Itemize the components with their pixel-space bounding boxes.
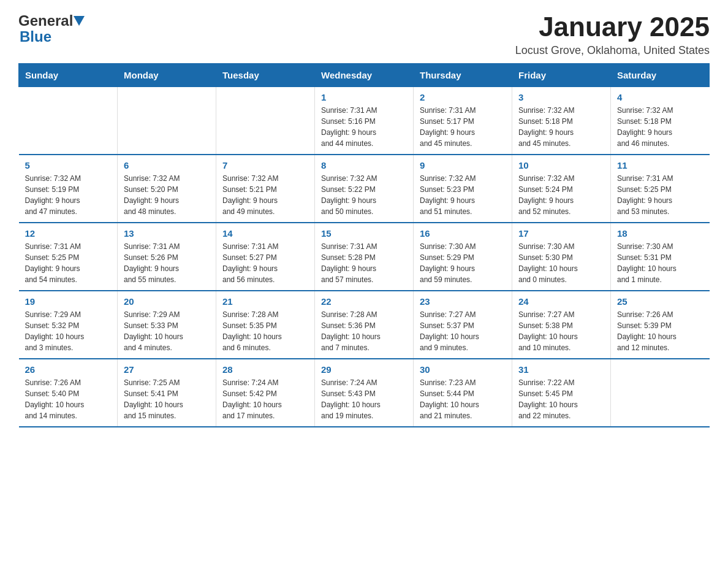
day-number: 18 <box>617 228 703 239</box>
day-info: Sunrise: 7:32 AM Sunset: 5:23 PM Dayligh… <box>420 173 506 217</box>
calendar-cell: 26Sunrise: 7:26 AM Sunset: 5:40 PM Dayli… <box>19 359 118 427</box>
day-number: 16 <box>420 228 506 239</box>
weekday-header-saturday: Saturday <box>611 64 710 87</box>
day-info: Sunrise: 7:27 AM Sunset: 5:38 PM Dayligh… <box>518 309 604 353</box>
calendar-cell: 14Sunrise: 7:31 AM Sunset: 5:27 PM Dayli… <box>216 223 315 291</box>
day-info: Sunrise: 7:26 AM Sunset: 5:39 PM Dayligh… <box>617 309 703 353</box>
calendar-cell: 16Sunrise: 7:30 AM Sunset: 5:29 PM Dayli… <box>414 223 512 291</box>
day-info: Sunrise: 7:31 AM Sunset: 5:17 PM Dayligh… <box>420 105 506 149</box>
calendar-week-row: 19Sunrise: 7:29 AM Sunset: 5:32 PM Dayli… <box>19 291 710 359</box>
calendar-cell: 11Sunrise: 7:31 AM Sunset: 5:25 PM Dayli… <box>611 155 710 223</box>
logo: General Blue <box>18 12 85 45</box>
calendar-cell: 29Sunrise: 7:24 AM Sunset: 5:43 PM Dayli… <box>315 359 414 427</box>
day-number: 15 <box>321 228 407 239</box>
calendar-cell: 2Sunrise: 7:31 AM Sunset: 5:17 PM Daylig… <box>414 87 512 155</box>
day-number: 6 <box>124 160 210 170</box>
day-number: 29 <box>321 364 407 375</box>
calendar-cell: 21Sunrise: 7:28 AM Sunset: 5:35 PM Dayli… <box>216 291 315 359</box>
day-number: 24 <box>518 296 604 307</box>
calendar-cell: 6Sunrise: 7:32 AM Sunset: 5:20 PM Daylig… <box>118 155 216 223</box>
day-number: 30 <box>420 364 506 375</box>
day-number: 31 <box>518 364 604 375</box>
calendar-cell: 17Sunrise: 7:30 AM Sunset: 5:30 PM Dayli… <box>512 223 611 291</box>
day-number: 4 <box>617 92 703 102</box>
day-number: 25 <box>617 296 703 307</box>
day-number: 22 <box>321 296 407 307</box>
day-info: Sunrise: 7:30 AM Sunset: 5:31 PM Dayligh… <box>617 241 703 285</box>
day-number: 28 <box>222 364 308 375</box>
weekday-header-row: SundayMondayTuesdayWednesdayThursdayFrid… <box>19 64 710 87</box>
day-number: 2 <box>420 92 506 102</box>
day-info: Sunrise: 7:28 AM Sunset: 5:36 PM Dayligh… <box>321 309 407 353</box>
day-number: 20 <box>124 296 210 307</box>
calendar-cell: 19Sunrise: 7:29 AM Sunset: 5:32 PM Dayli… <box>19 291 118 359</box>
calendar-table: SundayMondayTuesdayWednesdayThursdayFrid… <box>18 63 710 427</box>
day-info: Sunrise: 7:32 AM Sunset: 5:18 PM Dayligh… <box>617 105 703 149</box>
calendar-cell <box>19 87 118 155</box>
calendar-cell: 20Sunrise: 7:29 AM Sunset: 5:33 PM Dayli… <box>118 291 216 359</box>
day-info: Sunrise: 7:31 AM Sunset: 5:27 PM Dayligh… <box>222 241 308 285</box>
day-number: 21 <box>222 296 308 307</box>
calendar-subtitle: Locust Grove, Oklahoma, United States <box>515 44 710 57</box>
weekday-header-friday: Friday <box>512 64 611 87</box>
day-number: 27 <box>124 364 210 375</box>
calendar-week-row: 26Sunrise: 7:26 AM Sunset: 5:40 PM Dayli… <box>19 359 710 427</box>
calendar-cell: 25Sunrise: 7:26 AM Sunset: 5:39 PM Dayli… <box>611 291 710 359</box>
day-number: 5 <box>25 160 112 170</box>
calendar-week-row: 5Sunrise: 7:32 AM Sunset: 5:19 PM Daylig… <box>19 155 710 223</box>
calendar-cell: 15Sunrise: 7:31 AM Sunset: 5:28 PM Dayli… <box>315 223 414 291</box>
day-number: 1 <box>321 92 407 102</box>
calendar-cell: 3Sunrise: 7:32 AM Sunset: 5:18 PM Daylig… <box>512 87 611 155</box>
title-area: January 2025 Locust Grove, Oklahoma, Uni… <box>515 12 710 57</box>
day-info: Sunrise: 7:24 AM Sunset: 5:43 PM Dayligh… <box>321 377 407 421</box>
calendar-cell: 1Sunrise: 7:31 AM Sunset: 5:16 PM Daylig… <box>315 87 414 155</box>
logo-blue-text: Blue <box>20 28 51 45</box>
day-number: 13 <box>124 228 210 239</box>
day-number: 17 <box>518 228 604 239</box>
calendar-cell <box>216 87 315 155</box>
calendar-cell: 23Sunrise: 7:27 AM Sunset: 5:37 PM Dayli… <box>414 291 512 359</box>
day-info: Sunrise: 7:23 AM Sunset: 5:44 PM Dayligh… <box>420 377 506 421</box>
day-info: Sunrise: 7:31 AM Sunset: 5:25 PM Dayligh… <box>617 173 703 217</box>
calendar-cell: 24Sunrise: 7:27 AM Sunset: 5:38 PM Dayli… <box>512 291 611 359</box>
calendar-cell: 5Sunrise: 7:32 AM Sunset: 5:19 PM Daylig… <box>19 155 118 223</box>
calendar-cell: 28Sunrise: 7:24 AM Sunset: 5:42 PM Dayli… <box>216 359 315 427</box>
calendar-week-row: 12Sunrise: 7:31 AM Sunset: 5:25 PM Dayli… <box>19 223 710 291</box>
day-number: 14 <box>222 228 308 239</box>
weekday-header-wednesday: Wednesday <box>315 64 414 87</box>
day-number: 8 <box>321 160 407 170</box>
calendar-cell: 12Sunrise: 7:31 AM Sunset: 5:25 PM Dayli… <box>19 223 118 291</box>
day-info: Sunrise: 7:31 AM Sunset: 5:25 PM Dayligh… <box>25 241 112 285</box>
weekday-header-monday: Monday <box>118 64 216 87</box>
day-info: Sunrise: 7:32 AM Sunset: 5:18 PM Dayligh… <box>518 105 604 149</box>
day-info: Sunrise: 7:32 AM Sunset: 5:21 PM Dayligh… <box>222 173 308 217</box>
day-number: 19 <box>25 296 112 307</box>
day-info: Sunrise: 7:30 AM Sunset: 5:30 PM Dayligh… <box>518 241 604 285</box>
calendar-cell: 22Sunrise: 7:28 AM Sunset: 5:36 PM Dayli… <box>315 291 414 359</box>
calendar-cell: 10Sunrise: 7:32 AM Sunset: 5:24 PM Dayli… <box>512 155 611 223</box>
day-number: 7 <box>222 160 308 170</box>
day-info: Sunrise: 7:22 AM Sunset: 5:45 PM Dayligh… <box>518 377 604 421</box>
day-number: 3 <box>518 92 604 102</box>
day-number: 9 <box>420 160 506 170</box>
day-number: 11 <box>617 160 703 170</box>
day-info: Sunrise: 7:25 AM Sunset: 5:41 PM Dayligh… <box>124 377 210 421</box>
day-number: 10 <box>518 160 604 170</box>
calendar-cell: 18Sunrise: 7:30 AM Sunset: 5:31 PM Dayli… <box>611 223 710 291</box>
day-info: Sunrise: 7:32 AM Sunset: 5:20 PM Dayligh… <box>124 173 210 217</box>
calendar-title: January 2025 <box>515 12 710 42</box>
weekday-header-sunday: Sunday <box>19 64 118 87</box>
day-info: Sunrise: 7:31 AM Sunset: 5:26 PM Dayligh… <box>124 241 210 285</box>
calendar-cell: 4Sunrise: 7:32 AM Sunset: 5:18 PM Daylig… <box>611 87 710 155</box>
calendar-cell <box>118 87 216 155</box>
calendar-cell: 31Sunrise: 7:22 AM Sunset: 5:45 PM Dayli… <box>512 359 611 427</box>
day-info: Sunrise: 7:26 AM Sunset: 5:40 PM Dayligh… <box>25 377 112 421</box>
calendar-cell: 7Sunrise: 7:32 AM Sunset: 5:21 PM Daylig… <box>216 155 315 223</box>
day-info: Sunrise: 7:24 AM Sunset: 5:42 PM Dayligh… <box>222 377 308 421</box>
day-number: 12 <box>25 228 112 239</box>
day-info: Sunrise: 7:30 AM Sunset: 5:29 PM Dayligh… <box>420 241 506 285</box>
day-info: Sunrise: 7:28 AM Sunset: 5:35 PM Dayligh… <box>222 309 308 353</box>
calendar-cell: 8Sunrise: 7:32 AM Sunset: 5:22 PM Daylig… <box>315 155 414 223</box>
day-info: Sunrise: 7:31 AM Sunset: 5:16 PM Dayligh… <box>321 105 407 149</box>
weekday-header-tuesday: Tuesday <box>216 64 315 87</box>
